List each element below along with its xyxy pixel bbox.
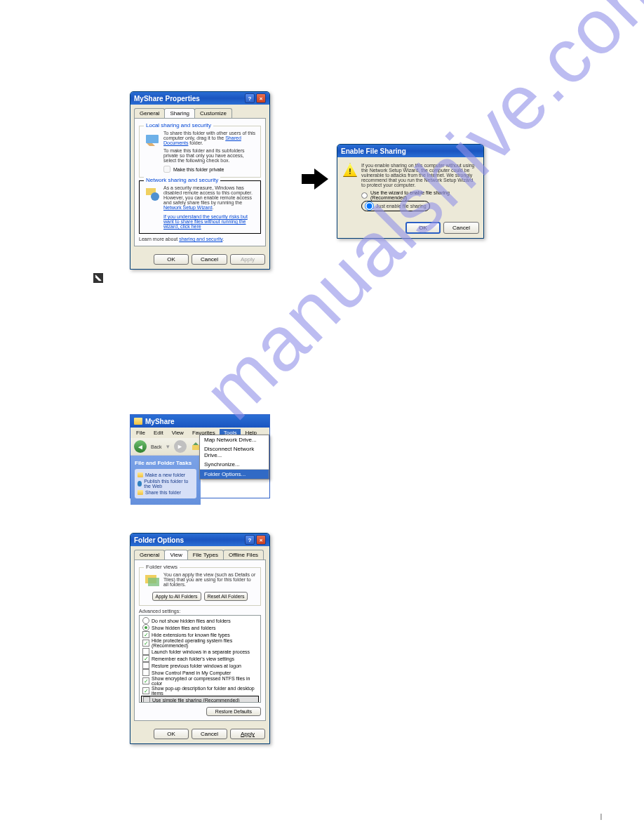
myshare-properties-window: MyShare Properties ? × General Sharing C… [130,91,270,270]
reset-all-folders-button[interactable]: Reset All Folders [204,592,248,601]
tab-general[interactable]: General [134,550,165,560]
tab-panel: Local sharing and security To share this… [134,118,266,246]
tab-view[interactable]: View [164,550,187,560]
tab-sharing[interactable]: Sharing [164,108,195,118]
titlebar: MyShare Properties ? × [130,92,269,105]
page-footer: | [601,813,602,820]
svg-rect-4 [192,445,199,450]
back-button[interactable]: ◄ [134,440,147,453]
checkbox-input[interactable] [163,166,170,173]
adv-item[interactable]: Restore previous folder windows at logon [141,662,259,669]
adv-item[interactable]: Launch folder windows in a separate proc… [141,648,259,655]
window-title: Enable File Sharing [341,147,406,155]
network-text: As a security measure, Windows has disab… [163,185,256,210]
tab-customize[interactable]: Customize [194,108,232,118]
arrow-right-icon [302,168,330,190]
folder-views-text: You can apply the view (such as Details … [163,572,256,589]
share-task[interactable]: Share this folder [137,489,194,496]
private-text: To make this folder and its subfolders p… [163,148,256,163]
svg-point-2 [151,192,159,201]
cancel-button[interactable]: Cancel [443,222,479,234]
radio-input[interactable] [361,192,368,199]
folder-icon [134,418,142,425]
network-wizard-link[interactable]: Network Setup Wizard [163,205,213,210]
adv-item[interactable]: Show hidden files and folders [141,624,259,631]
button-row: OK Cancel Apply [130,250,269,269]
disconnect-drive-item[interactable]: Disconnect Network Drive... [200,444,269,460]
menu-file[interactable]: File [132,429,149,437]
cancel-button[interactable]: Cancel [192,729,227,739]
chevron-down-icon[interactable]: ▾ [166,443,170,450]
sharing-security-link[interactable]: sharing and security [179,237,222,241]
warning-icon: ! [343,163,357,177]
tools-dropdown: Map Network Drive... Disconnect Network … [199,435,269,479]
apply-button[interactable]: Apply [230,254,265,265]
adv-item[interactable]: Show Control Panel in My Computer [141,669,259,676]
cancel-button[interactable]: Cancel [192,254,227,265]
new-folder-task[interactable]: Make a new folder [137,472,194,478]
adv-item[interactable]: ✓Hide protected operating system files (… [141,638,259,648]
window-title: MyShare Properties [134,95,200,102]
just-enable-radio[interactable]: Just enable file sharing [361,201,430,211]
apply-all-folders-button[interactable]: Apply to All Folders [152,592,201,601]
tab-strip: General View File Types Offline Files [130,546,269,560]
share-icon [137,490,143,495]
svg-rect-0 [146,135,159,143]
radio-input[interactable] [365,201,374,211]
tab-general[interactable]: General [134,108,165,118]
adv-item[interactable]: Do not show hidden files and folders [141,617,259,624]
help-button[interactable]: ? [245,93,255,103]
menu-edit[interactable]: Edit [149,429,168,437]
checkbox-icon [142,662,149,669]
tab-file-types[interactable]: File Types [187,550,224,560]
adv-item[interactable]: ✓Hide extensions for known file types [141,631,259,638]
group-title: Network sharing and security [144,177,220,183]
close-button[interactable]: × [256,535,266,545]
adv-item[interactable]: ✓Show pop-up description for folder and … [141,686,259,696]
tab-offline-files[interactable]: Offline Files [223,550,264,560]
titlebar: MyShare [130,415,269,428]
folder-options-item[interactable]: Folder Options... [200,470,269,479]
folder-views-group: Folder views You can apply the view (suc… [139,567,261,606]
adv-item-simple-sharing[interactable]: Use simple file sharing (Recommended) [141,696,259,703]
advanced-label: Advanced settings: [139,609,261,614]
publish-task[interactable]: Publish this folder to the Web [137,478,194,489]
network-folder-icon [144,185,161,202]
help-button[interactable]: ? [245,535,255,545]
note-icon [93,273,103,283]
synchronize-item[interactable]: Synchronize... [200,460,269,469]
advanced-settings-list[interactable]: Do not show hidden files and folders Sho… [139,615,261,703]
adv-item[interactable]: ✓Show encrypted or compressed NTFS files… [141,676,259,686]
restore-defaults-button[interactable]: Restore Defaults [206,707,261,716]
tab-panel: Folder views You can apply the view (suc… [134,560,266,721]
back-label: Back [151,444,162,449]
make-private-checkbox[interactable]: Make this folder private [163,166,256,173]
folder-options-window: Folder Options ? × General View File Typ… [130,533,270,744]
ok-button[interactable]: OK [154,254,189,265]
checkbox-icon [142,648,149,655]
menu-view[interactable]: View [168,429,188,437]
forward-button[interactable]: ► [174,440,187,453]
understand-risks-link[interactable]: If you understand the security risks but… [163,214,256,229]
adv-item[interactable]: ✓Remember each folder's view settings [141,655,259,662]
footer-separator: | [601,813,602,820]
checkbox-icon [143,696,150,703]
ok-button[interactable]: OK [154,729,189,739]
svg-rect-6 [148,578,159,586]
radio-icon [142,624,149,631]
tasks-panel: File and Folder Tasks Make a new folder … [130,456,201,505]
hand-folder-icon [144,131,161,147]
window-title: Folder Options [134,536,184,544]
learn-more: Learn more about sharing and security. [139,237,261,241]
tasks-title: File and Folder Tasks [135,460,196,466]
checkbox-icon: ✓ [142,640,149,647]
close-button[interactable]: × [256,93,266,103]
network-sharing-group: Network sharing and security As a securi… [139,180,261,234]
tab-strip: General Sharing Customize [130,105,269,118]
radio-icon [142,617,149,624]
ok-button[interactable]: OK [405,222,441,234]
checkbox-icon [142,669,149,676]
map-drive-item[interactable]: Map Network Drive... [200,435,269,444]
apply-button[interactable]: Apply [230,729,265,739]
use-wizard-radio[interactable]: Use the wizard to enable file sharing (R… [361,190,478,200]
